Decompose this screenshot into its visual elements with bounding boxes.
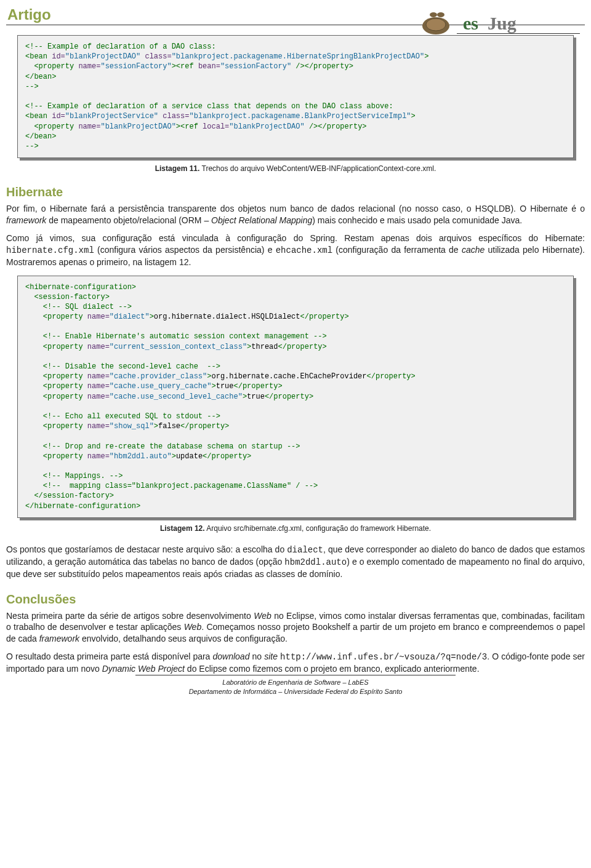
page-title: Artigo <box>6 6 51 23</box>
section-conclusoes: Conclusões <box>6 592 585 607</box>
code-content: <!-- Example of declaration of a DAO cla… <box>17 35 574 158</box>
listing-11-caption: Listagem 11. Trechos do arquivo WebConte… <box>6 164 585 173</box>
paragraph: Como já vimos, sua configuração está vin… <box>6 233 585 268</box>
svg-point-2 <box>437 12 444 17</box>
listing-12-caption: Listagem 12. Arquivo src/hibernate.cfg.x… <box>6 524 585 533</box>
svg-text:Jug: Jug <box>488 13 517 33</box>
paragraph: O resultado desta primeira parte está di… <box>6 651 585 675</box>
code-listing-12: <hibernate-configuration> <session-facto… <box>17 276 574 518</box>
svg-text:es: es <box>463 13 478 33</box>
paragraph: Nesta primeira parte da série de artigos… <box>6 610 585 645</box>
svg-point-3 <box>426 18 446 31</box>
paragraph: Os pontos que gostaríamos de destacar ne… <box>6 544 585 580</box>
paragraph: Por fim, o Hibernate fará a persistência… <box>6 203 585 226</box>
section-hibernate: Hibernate <box>6 185 585 199</box>
code-content: <hibernate-configuration> <session-facto… <box>17 276 574 518</box>
svg-rect-6 <box>457 33 580 34</box>
code-listing-11: <!-- Example of declaration of a DAO cla… <box>17 35 574 158</box>
svg-point-1 <box>430 12 437 17</box>
page-footer: Laboratório de Engenharia de Software – … <box>0 675 591 696</box>
download-url[interactable]: http://www.inf.ufes.br/~vsouza/?q=node/3 <box>280 652 487 662</box>
